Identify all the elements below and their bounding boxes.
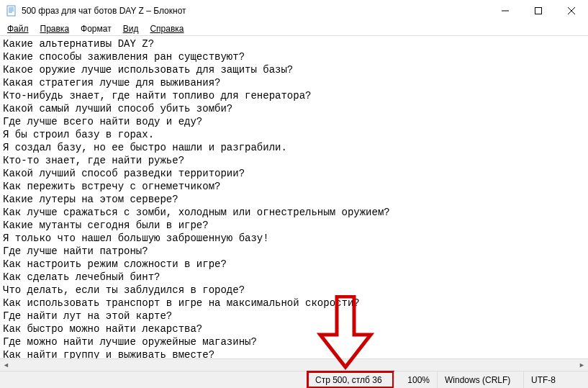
window-controls <box>489 0 588 22</box>
window-title: 500 фраз для чат ботов DAY Z – Блокнот <box>22 6 489 16</box>
menu-file[interactable]: Файл <box>1 22 35 35</box>
status-cursor-position: Стр 500, стлб 36 <box>307 371 394 388</box>
scroll-left-icon[interactable]: ◄ <box>0 359 12 371</box>
horizontal-scrollbar[interactable]: ◄ ► <box>0 358 588 371</box>
status-zoom: 100% <box>394 371 437 388</box>
menu-help[interactable]: Справка <box>144 22 189 35</box>
titlebar: 500 фраз для чат ботов DAY Z – Блокнот <box>0 0 588 22</box>
menu-edit[interactable]: Правка <box>35 22 76 35</box>
status-encoding: UTF-8 <box>523 371 588 388</box>
menu-view[interactable]: Вид <box>117 22 145 35</box>
maximize-button[interactable] <box>522 0 555 22</box>
svg-rect-6 <box>535 8 542 14</box>
close-button[interactable] <box>555 0 588 22</box>
minimize-button[interactable] <box>489 0 522 22</box>
app-icon <box>6 5 17 17</box>
scroll-track[interactable] <box>12 359 576 371</box>
statusbar: Стр 500, стлб 36 100% Windows (CRLF) UTF… <box>0 371 588 388</box>
menubar: Файл Правка Формат Вид Справка <box>0 22 588 36</box>
scroll-right-icon[interactable]: ► <box>576 359 588 371</box>
status-line-endings: Windows (CRLF) <box>437 371 523 388</box>
text-area[interactable]: Какие альтернативы DAY Z? Какие способы … <box>0 36 588 358</box>
menu-format[interactable]: Формат <box>75 22 117 35</box>
